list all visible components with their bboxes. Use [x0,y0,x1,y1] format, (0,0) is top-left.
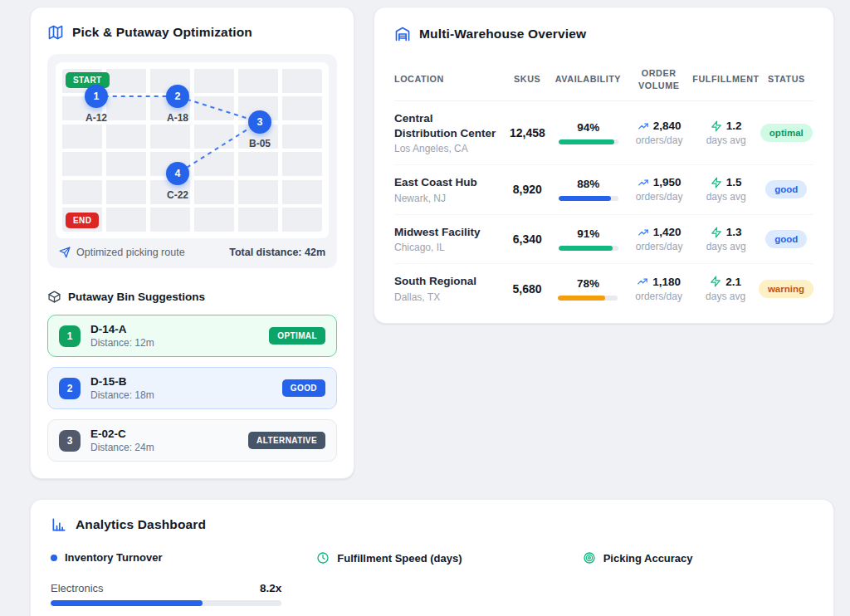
picking-accuracy-title: Picking Accuracy [603,552,693,565]
analytics-card: Analytics Dashboard Inventory Turnover E… [30,499,834,616]
col-availability: AVAILABILITY [551,73,625,86]
route-node-3-bin: B-05 [235,138,285,149]
fulfillment-speed-title: Fulfillment Speed (days) [337,552,462,565]
status-badge: good [765,180,807,198]
fulfillment-value: 1.2 [726,120,742,132]
bin-suggestion-d14a[interactable]: 1 D-14-A Distance: 12m OPTIMAL [47,315,337,357]
fulfillment-cell: 1.2 days avg [693,120,760,146]
warehouse-table-header: LOCATION SKUS AVAILABILITY ORDER VOLUME … [394,56,813,101]
availability-value: 88% [551,178,625,190]
location-cell: Central Distribution Center Los Angeles,… [394,111,504,154]
route-node-4[interactable]: 4 [166,162,189,185]
navigation-icon [59,247,71,258]
location-name: South Regional [394,274,498,289]
inventory-turnover-header: Inventory Turnover [51,551,281,564]
availability-value: 78% [551,277,625,290]
order-volume-unit: orders/day [625,134,692,146]
status-cell: good [760,180,813,198]
putaway-title: Putaway Bin Suggestions [68,291,205,303]
location-name: Central Distribution Center [394,111,498,140]
fulfillment-cell: 2.1 days avg [692,276,759,302]
availability-cell: 94% [551,121,625,144]
bin-info: D-14-A Distance: 12m [90,323,259,349]
availability-bar [559,139,618,144]
bin-distance: Distance: 18m [90,389,272,401]
zap-icon [711,120,722,132]
skus-value: 8,920 [504,183,551,196]
route-node-2[interactable]: 2 [166,85,189,108]
bin-distance: Distance: 24m [90,442,238,453]
bin-suggestion-d15b[interactable]: 2 D-15-B Distance: 18m GOOD [47,367,337,409]
bin-suggestion-e02c[interactable]: 3 E-02-C Distance: 24m ALTERNATIVE [47,419,337,462]
bar-value: 8.2x [260,582,281,594]
fulfillment-value: 1.3 [726,226,742,238]
bin-rank-badge: 3 [59,430,81,452]
col-location: LOCATION [394,73,503,86]
order-volume-cell: 1,420 orders/day [625,226,692,252]
availability-bar [559,196,618,201]
warehouse-row-midwest[interactable]: Midwest Facility Chicago, IL 6,340 91% 1… [394,215,813,265]
bin-quality-badge: ALTERNATIVE [248,432,325,449]
availability-value: 94% [551,121,625,134]
turnover-bar-electronics: Electronics 8.2x [51,582,281,606]
order-volume-value: 2,840 [653,120,681,132]
fulfillment-speed-header: Fulfillment Speed (days) [316,551,547,565]
order-volume-cell: 2,840 orders/day [625,120,692,146]
bin-code: D-14-A [90,323,259,335]
turnover-bars: Electronics 8.2x Apparel 12.5x [51,582,281,616]
warehouse-row-eastcoast[interactable]: East Coast Hub Newark, NJ 8,920 88% 1,95… [394,165,813,215]
zap-icon [710,276,721,287]
status-badge: good [765,230,807,248]
status-cell: warning [759,280,813,298]
col-status: STATUS [760,73,813,86]
col-skus: SKUS [503,73,550,86]
order-volume-unit: orders/day [625,241,692,252]
fulfillment-unit: days avg [693,241,760,252]
route-map-footer: Optimized picking route Total distance: … [56,238,329,260]
inventory-turnover-panel: Inventory Turnover Electronics 8.2x Appa… [51,551,281,616]
location-city: Chicago, IL [394,242,504,253]
inventory-turnover-title: Inventory Turnover [65,551,163,564]
putaway-header: Putaway Bin Suggestions [47,290,337,304]
picking-accuracy-header: Picking Accuracy [583,551,813,565]
order-volume-unit: orders/day [625,191,692,203]
availability-cell: 91% [551,227,625,251]
bar-track [51,600,281,606]
skus-value: 6,340 [504,232,551,246]
picking-accuracy-panel: Picking Accuracy [583,551,813,616]
route-caption: Optimized picking route [76,247,185,258]
order-volume-cell: 1,950 orders/day [625,176,692,203]
fulfillment-unit: days avg [693,134,760,146]
clock-icon [316,551,330,565]
col-order-volume: ORDER VOLUME [633,67,686,91]
route-node-1[interactable]: 1 [85,85,108,108]
bar-chart-icon [51,516,67,533]
status-badge: optimal [760,124,813,142]
route-map-container: START END 1 A-12 2 A-18 3 B-05 4 C-22 [47,54,337,268]
start-badge: START [66,72,110,88]
order-volume-unit: orders/day [625,291,692,302]
order-volume-value: 1,950 [653,176,681,188]
fulfillment-unit: days avg [693,191,760,203]
location-cell: South Regional Dallas, TX [394,274,503,303]
bin-rank-badge: 1 [59,325,81,347]
location-cell: East Coast Hub Newark, NJ [394,175,504,204]
route-node-3[interactable]: 3 [248,110,271,134]
location-city: Dallas, TX [394,291,503,303]
analytics-grid: Inventory Turnover Electronics 8.2x Appa… [51,551,813,616]
blue-dot-icon [51,555,57,561]
status-badge: warning [759,280,813,298]
bin-code: E-02-C [90,428,238,440]
analytics-header: Analytics Dashboard [51,516,813,533]
route-caption-group: Optimized picking route [59,247,185,258]
availability-bar [558,296,618,301]
availability-bar [559,246,618,251]
warehouse-row-south[interactable]: South Regional Dallas, TX 5,680 78% 1,18… [394,264,813,308]
zap-icon [711,177,722,188]
location-cell: Midwest Facility Chicago, IL [394,225,504,254]
bin-distance: Distance: 12m [90,337,259,349]
fulfillment-cell: 1.5 days avg [693,176,760,203]
fulfillment-cell: 1.3 days avg [693,226,760,252]
warehouse-row-central[interactable]: Central Distribution Center Los Angeles,… [394,101,813,165]
skus-value: 12,458 [504,126,551,139]
